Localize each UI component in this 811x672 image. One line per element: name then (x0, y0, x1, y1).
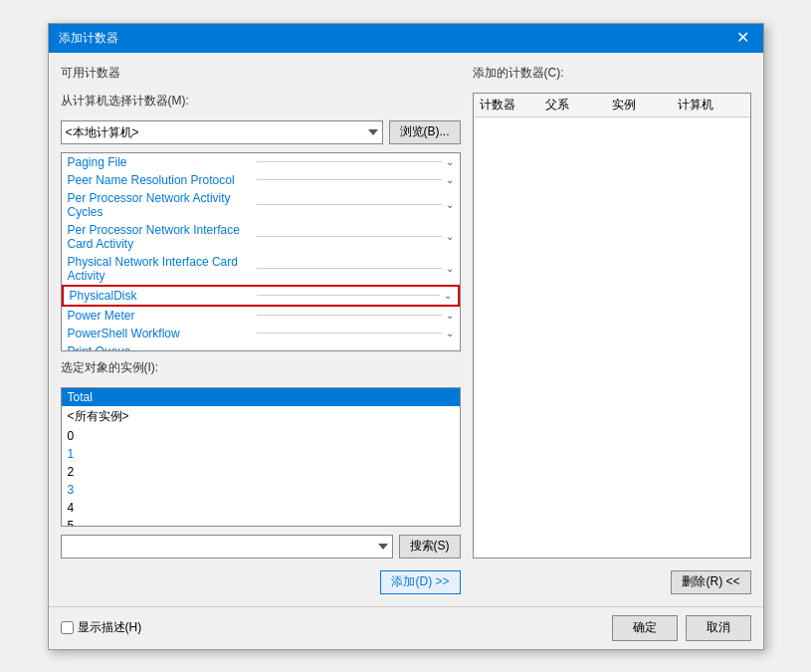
title-bar: 添加计数器 ✕ (49, 24, 763, 53)
instance-item[interactable]: 4 (62, 499, 460, 517)
from-computer-label: 从计算机选择计数器(M): (61, 93, 461, 110)
counter-divider (257, 315, 442, 316)
collapsed-icon: ⌄ (446, 174, 454, 185)
collapsed-icon: ⌄ (446, 345, 454, 351)
instance-item[interactable]: 2 (62, 463, 460, 481)
add-button[interactable]: 添加(D) >> (380, 570, 460, 594)
counter-item-label: Print Queue (68, 344, 253, 351)
bottom-buttons: 确定 取消 (612, 615, 751, 641)
added-counters-label: 添加的计数器(C): (473, 65, 751, 82)
ok-button[interactable]: 确定 (612, 615, 678, 641)
counter-item[interactable]: Print Queue⌄ (62, 342, 460, 351)
counter-item-label: Per Processor Network Activity Cycles (68, 191, 253, 219)
table-column-header: 实例 (612, 97, 679, 113)
counter-item[interactable]: Physical Network Interface Card Activity… (62, 253, 460, 285)
delete-row: 删除(R) << (473, 570, 751, 594)
search-row: 搜索(S) (61, 535, 461, 559)
counter-divider (257, 204, 442, 205)
show-desc-label: 显示描述(H) (78, 619, 142, 636)
table-column-header: 计数器 (480, 97, 546, 113)
counter-item-label: Physical Network Interface Card Activity (68, 255, 253, 283)
cancel-button[interactable]: 取消 (686, 615, 751, 641)
show-desc-row: 显示描述(H) (61, 619, 142, 636)
counter-item[interactable]: Per Processor Network Interface Card Act… (62, 221, 460, 253)
counter-divider (257, 333, 442, 334)
computer-select[interactable]: <本地计算机> (61, 120, 383, 144)
show-desc-checkbox[interactable] (61, 621, 74, 634)
bottom-bar: 显示描述(H) 确定 取消 (49, 606, 763, 649)
counter-item[interactable]: Peer Name Resolution Protocol⌄ (62, 171, 460, 189)
browse-button[interactable]: 浏览(B)... (389, 120, 461, 144)
collapsed-icon: ⌄ (446, 263, 454, 274)
instance-list-container: Total<所有实例>012345 (61, 387, 461, 527)
counter-item-label: Peer Name Resolution Protocol (68, 173, 253, 187)
instance-item[interactable]: 1 (62, 445, 460, 463)
table-column-header: 计算机 (678, 97, 744, 113)
dialog-title: 添加计数器 (59, 30, 118, 47)
counter-item[interactable]: PowerShell Workflow⌄ (62, 325, 460, 342)
right-panel: 添加的计数器(C): 计数器父系实例计算机 删除(R) << (473, 65, 751, 594)
counter-divider (257, 350, 442, 351)
collapsed-icon: ⌄ (446, 231, 454, 242)
collapsed-icon: ⌄ (446, 328, 454, 338)
counter-item-label: PowerShell Workflow (68, 327, 253, 340)
add-counter-dialog: 添加计数器 ✕ 可用计数器 从计算机选择计数器(M): <本地计算机> 浏览(B… (48, 23, 764, 650)
instance-item[interactable]: 0 (62, 427, 460, 445)
counter-divider (257, 161, 442, 162)
instance-item[interactable]: Total (62, 388, 460, 406)
counter-item[interactable]: Power Meter⌄ (62, 307, 460, 325)
delete-button[interactable]: 删除(R) << (671, 570, 750, 594)
counter-item-label: Paging File (68, 155, 253, 169)
instance-item[interactable]: <所有实例> (62, 406, 460, 427)
expanded-icon: ⌄ (444, 290, 452, 301)
left-panel: 可用计数器 从计算机选择计数器(M): <本地计算机> 浏览(B)... Pag… (61, 65, 461, 594)
counter-item-label: Per Processor Network Interface Card Act… (68, 223, 253, 251)
counter-divider (257, 179, 442, 180)
counter-divider (257, 295, 440, 296)
counter-item[interactable]: Per Processor Network Activity Cycles⌄ (62, 189, 460, 221)
table-column-header: 父系 (545, 97, 612, 113)
close-button[interactable]: ✕ (732, 30, 753, 46)
table-header: 计数器父系实例计算机 (474, 94, 750, 117)
counter-item[interactable]: Paging File⌄ (62, 153, 460, 171)
counter-item-label: PhysicalDisk (70, 289, 253, 303)
instance-item[interactable]: 3 (62, 481, 460, 499)
counter-list-container: Paging File⌄Peer Name Resolution Protoco… (61, 152, 461, 351)
computer-select-row: <本地计算机> 浏览(B)... (61, 120, 461, 144)
added-table: 计数器父系实例计算机 (473, 93, 751, 559)
collapsed-icon: ⌄ (446, 156, 454, 167)
collapsed-icon: ⌄ (446, 199, 454, 210)
dialog-body: 可用计数器 从计算机选择计数器(M): <本地计算机> 浏览(B)... Pag… (49, 53, 763, 606)
counter-divider (257, 268, 442, 269)
collapsed-icon: ⌄ (446, 310, 454, 321)
counter-item[interactable]: PhysicalDisk⌄ (62, 285, 460, 307)
counter-item-label: Power Meter (68, 309, 253, 323)
available-counters-label: 可用计数器 (61, 65, 461, 82)
counter-divider (257, 236, 442, 237)
instance-item[interactable]: 5 (62, 517, 460, 527)
search-dropdown[interactable] (61, 535, 393, 559)
instance-label: 选定对象的实例(I): (61, 359, 461, 376)
action-row: 添加(D) >> (61, 570, 461, 594)
search-button[interactable]: 搜索(S) (399, 535, 461, 559)
